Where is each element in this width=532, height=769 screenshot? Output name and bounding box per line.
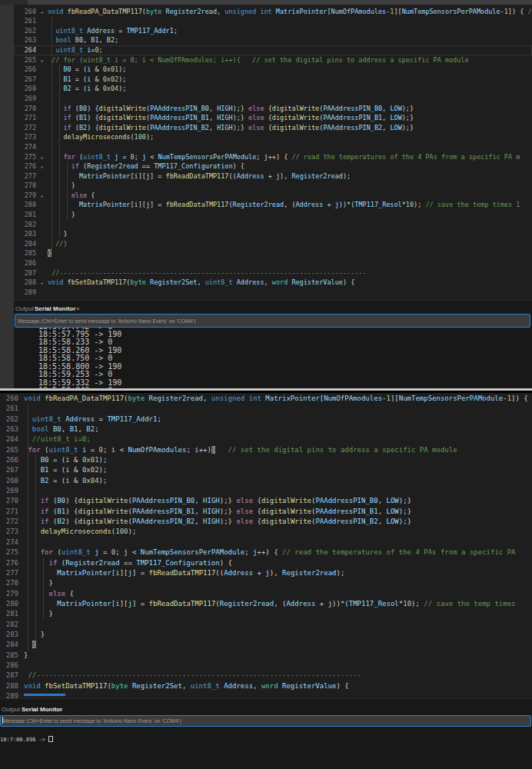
code-line-274[interactable]: 274	[0, 538, 532, 548]
line-number: 272	[0, 517, 18, 527]
code-line-289[interactable]: 289	[14, 288, 532, 298]
code-line-286[interactable]: 286	[14, 258, 532, 268]
code-line-260[interactable]: 260⌄void fbReadPA_DataTMP117(byte Regist…	[14, 7, 532, 17]
code-line-275[interactable]: 275 for (uint8_t j = 0; j < NumTempSenso…	[0, 548, 532, 558]
code-line-260[interactable]: 260void fbReadPA_DataTMP117(byte Registe…	[0, 394, 532, 404]
tab-output[interactable]: Output	[15, 305, 34, 312]
code-line-265[interactable]: 265 for (uint8_t i = 0; i < NumOfPAmodul…	[0, 445, 532, 455]
code-text: //uint8_t i=0;	[24, 434, 532, 444]
gutter-spacer	[36, 181, 48, 191]
code-line-280[interactable]: 280 MatrixPointer[i][j] = fbReadDataTMP1…	[14, 200, 532, 210]
code-line-268[interactable]: 268 B2 = (i & 0x04);	[14, 84, 532, 94]
line-number: 273	[0, 527, 18, 537]
code-line-265[interactable]: 265⌄ // for (uint8_t i = 0; i < NumOfPAm…	[14, 55, 532, 65]
code-line-261[interactable]: 261	[0, 404, 532, 414]
code-line-278[interactable]: 278 }	[0, 578, 532, 588]
code-line-282[interactable]: 282	[14, 220, 532, 230]
fold-chevron-down-icon[interactable]: ⌄	[36, 161, 48, 171]
horizontal-scrollbar-thumb[interactable]	[24, 694, 65, 696]
code-line-268[interactable]: 268 B2 = (i & 0x04);	[0, 476, 532, 486]
code-line-285[interactable]: 285}	[0, 651, 532, 661]
gutter-spacer	[18, 578, 24, 588]
fold-chevron-down-icon[interactable]: ⌄	[36, 152, 48, 162]
code-line-279[interactable]: 279⌄ else {	[14, 191, 532, 201]
code-editor-bottom[interactable]: 260void fbReadPA_DataTMP117(byte Registe…	[0, 393, 532, 698]
code-text	[48, 258, 532, 268]
gutter-spacer	[18, 507, 24, 517]
code-line-262[interactable]: 262 uint8_t Address = TMP117_Addr1;	[0, 414, 532, 424]
code-line-287[interactable]: 287 //----------------------------------…	[14, 268, 532, 278]
gutter-spacer	[36, 84, 48, 94]
code-text: else {	[48, 191, 532, 201]
close-icon[interactable]: ×	[58, 706, 62, 713]
code-line-262[interactable]: 262 uint8_t Address = TMP117_Addr1;	[14, 26, 532, 36]
code-line-263[interactable]: 263 bool B0, B1, B2;	[0, 424, 532, 434]
line-number: 281	[0, 609, 18, 619]
code-line-267[interactable]: 267 B1 = (i & 0x02);	[14, 75, 532, 85]
code-line-264[interactable]: 264 uint8_t i=0;	[14, 45, 532, 55]
code-line-284[interactable]: 284 }	[0, 640, 532, 650]
code-line-272[interactable]: 272 if (B2) {digitalWrite(PAAddressPIN_B…	[14, 123, 532, 133]
line-number: 275	[0, 548, 18, 558]
code-line-264[interactable]: 264 //uint8_t i=0;	[0, 434, 532, 444]
serial-message-input[interactable]	[15, 314, 530, 328]
line-number: 279	[0, 589, 18, 599]
code-line-261[interactable]: 261	[14, 16, 532, 26]
code-line-282[interactable]: 282	[0, 620, 532, 630]
code-line-278[interactable]: 278 }	[14, 181, 532, 191]
fold-chevron-down-icon[interactable]: ⌄	[36, 191, 48, 201]
line-number: 282	[0, 620, 18, 630]
code-line-272[interactable]: 272 if (B2) {digitalWrite(PAAddressPIN_B…	[0, 517, 532, 527]
code-line-286[interactable]: 286	[0, 661, 532, 671]
code-line-266[interactable]: 266 B0 = (i & 0x01);	[0, 455, 532, 465]
code-line-287[interactable]: 287 //----------------------------------…	[0, 671, 532, 681]
code-line-281[interactable]: 281 }	[14, 210, 532, 220]
code-line-281[interactable]: 281 }	[0, 609, 532, 619]
code-line-273[interactable]: 273 delayMicroseconds(100);	[0, 527, 532, 537]
fold-chevron-down-icon[interactable]: ⌄	[36, 278, 48, 288]
code-line-270[interactable]: 270 if (B0) {digitalWrite(PAAddressPIN_B…	[0, 496, 532, 506]
line-number: 285	[14, 248, 36, 258]
code-text: MatrixPointer[i][j] = fbReadDataTMP117((…	[24, 568, 532, 578]
code-line-283[interactable]: 283 }	[14, 229, 532, 239]
gutter-spacer	[36, 123, 48, 133]
code-line-263[interactable]: 263 bool B0, B1, B2;	[14, 35, 532, 45]
code-line-284[interactable]: 284 //}	[14, 239, 532, 249]
code-line-269[interactable]: 269	[14, 94, 532, 104]
line-number: 264	[14, 45, 36, 55]
code-line-288[interactable]: 288⌄void fbSetDataTMP117(byte Register2S…	[14, 278, 532, 288]
code-line-271[interactable]: 271 if (B1) {digitalWrite(PAAddressPIN_B…	[14, 113, 532, 123]
code-line-267[interactable]: 267 B1 = (i & 0x02);	[0, 465, 532, 475]
code-line-271[interactable]: 271 if (B1) {digitalWrite(PAAddressPIN_B…	[0, 507, 532, 517]
code-line-274[interactable]: 274	[14, 142, 532, 152]
code-line-273[interactable]: 273 delayMicroseconds(100);	[14, 132, 532, 142]
tab-serial-monitor[interactable]: Serial Monitor	[22, 706, 62, 713]
code-line-288[interactable]: 288void fbSetDataTMP117(byte Register2Se…	[0, 681, 532, 691]
gutter-spacer	[36, 268, 48, 278]
code-line-279[interactable]: 279 else {	[0, 589, 532, 599]
line-number: 281	[14, 210, 36, 220]
code-line-276[interactable]: 276 if (Register2read == TMP117_Configur…	[0, 558, 532, 568]
code-line-270[interactable]: 270 if (B0) {digitalWrite(PAAddressPIN_B…	[14, 104, 532, 114]
code-line-277[interactable]: 277 MatrixPointer[i][j] = fbReadDataTMP1…	[14, 171, 532, 181]
fold-chevron-down-icon[interactable]: ⌄	[36, 7, 48, 17]
code-line-277[interactable]: 277 MatrixPointer[i][j] = fbReadDataTMP1…	[0, 568, 532, 578]
tab-serial-monitor[interactable]: Serial Monitor	[35, 305, 75, 312]
serial-message-input[interactable]	[0, 715, 531, 727]
close-icon[interactable]: ×	[76, 305, 80, 312]
line-number: 262	[0, 414, 18, 424]
code-line-276[interactable]: 276⌄ if (Register2read == TMP117_Configu…	[14, 161, 532, 171]
code-line-269[interactable]: 269	[0, 486, 532, 496]
code-line-289[interactable]: 289	[0, 691, 532, 698]
code-editor-top[interactable]: 260⌄void fbReadPA_DataTMP117(byte Regist…	[14, 5, 532, 300]
line-number: 279	[14, 191, 36, 201]
fold-chevron-down-icon[interactable]: ⌄	[36, 55, 48, 65]
code-line-266[interactable]: 266 B0 = (i & 0x01);	[14, 65, 532, 75]
code-line-283[interactable]: 283 }	[0, 630, 532, 640]
gutter-spacer	[36, 210, 48, 220]
code-line-285[interactable]: 285}	[14, 248, 532, 258]
code-line-275[interactable]: 275⌄ for (uint8_t j = 0; j < NumTempSens…	[14, 152, 532, 162]
tab-output[interactable]: Output	[2, 706, 20, 713]
code-text: //--------------------------------------…	[48, 268, 532, 278]
code-line-280[interactable]: 280 MatrixPointer[i][j] = fbReadDataTMP1…	[0, 599, 532, 609]
